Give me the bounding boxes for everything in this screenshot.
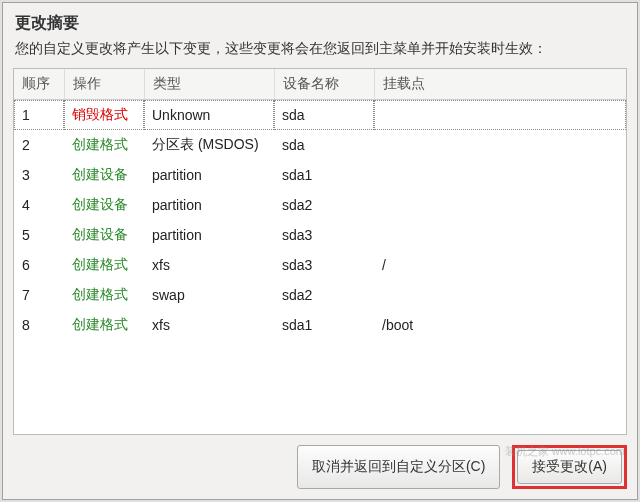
cell-device: sda2 bbox=[274, 280, 374, 310]
accept-button[interactable]: 接受更改(A) bbox=[517, 450, 622, 484]
summary-dialog: 更改摘要 您的自定义更改将产生以下变更，这些变更将会在您返回到主菜单并开始安装时… bbox=[2, 2, 638, 500]
cell-operation: 创建设备 bbox=[64, 160, 144, 190]
cell-operation: 创建设备 bbox=[64, 220, 144, 250]
dialog-title: 更改摘要 bbox=[3, 3, 637, 40]
table-row[interactable]: 4创建设备partitionsda2 bbox=[14, 190, 626, 220]
cell-device: sda3 bbox=[274, 220, 374, 250]
table-row[interactable]: 1销毁格式Unknownsda bbox=[14, 100, 626, 131]
table-row[interactable]: 6创建格式xfssda3/ bbox=[14, 250, 626, 280]
cell-type: xfs bbox=[144, 250, 274, 280]
col-header-operation[interactable]: 操作 bbox=[64, 69, 144, 100]
table-row[interactable]: 7创建格式swapsda2 bbox=[14, 280, 626, 310]
table-row[interactable]: 8创建格式xfssda1/boot bbox=[14, 310, 626, 340]
cell-type: xfs bbox=[144, 310, 274, 340]
cell-order: 2 bbox=[14, 130, 64, 160]
cell-order: 5 bbox=[14, 220, 64, 250]
cell-type: partition bbox=[144, 160, 274, 190]
cell-device: sda1 bbox=[274, 310, 374, 340]
cell-type: 分区表 (MSDOS) bbox=[144, 130, 274, 160]
col-header-order[interactable]: 顺序 bbox=[14, 69, 64, 100]
cell-order: 4 bbox=[14, 190, 64, 220]
accept-highlight: 接受更改(A) bbox=[512, 445, 627, 489]
cell-operation: 销毁格式 bbox=[64, 100, 144, 131]
col-header-mount[interactable]: 挂载点 bbox=[374, 69, 626, 100]
cell-type: swap bbox=[144, 280, 274, 310]
cell-mount: / bbox=[374, 250, 626, 280]
cell-operation: 创建格式 bbox=[64, 280, 144, 310]
cell-order: 1 bbox=[14, 100, 64, 131]
cell-device: sda3 bbox=[274, 250, 374, 280]
cell-operation: 创建格式 bbox=[64, 310, 144, 340]
changes-table-wrap: 顺序 操作 类型 设备名称 挂载点 1销毁格式Unknownsda2创建格式分区… bbox=[13, 68, 627, 435]
cell-device: sda2 bbox=[274, 190, 374, 220]
button-row: 取消并返回到自定义分区(C) 接受更改(A) bbox=[3, 435, 637, 499]
table-row[interactable]: 3创建设备partitionsda1 bbox=[14, 160, 626, 190]
cell-order: 7 bbox=[14, 280, 64, 310]
cell-type: partition bbox=[144, 190, 274, 220]
dialog-subtitle: 您的自定义更改将产生以下变更，这些变更将会在您返回到主菜单并开始安装时生效： bbox=[3, 40, 637, 68]
cell-device: sda bbox=[274, 130, 374, 160]
table-row[interactable]: 5创建设备partitionsda3 bbox=[14, 220, 626, 250]
cell-device: sda bbox=[274, 100, 374, 131]
cell-order: 3 bbox=[14, 160, 64, 190]
cell-type: partition bbox=[144, 220, 274, 250]
cell-mount bbox=[374, 130, 626, 160]
col-header-device[interactable]: 设备名称 bbox=[274, 69, 374, 100]
cell-mount bbox=[374, 160, 626, 190]
table-header-row: 顺序 操作 类型 设备名称 挂载点 bbox=[14, 69, 626, 100]
col-header-type[interactable]: 类型 bbox=[144, 69, 274, 100]
cell-mount bbox=[374, 190, 626, 220]
cell-operation: 创建设备 bbox=[64, 190, 144, 220]
cell-order: 6 bbox=[14, 250, 64, 280]
cell-operation: 创建格式 bbox=[64, 250, 144, 280]
cell-mount bbox=[374, 100, 626, 131]
table-row[interactable]: 2创建格式分区表 (MSDOS)sda bbox=[14, 130, 626, 160]
cancel-button[interactable]: 取消并返回到自定义分区(C) bbox=[297, 445, 500, 489]
changes-table: 顺序 操作 类型 设备名称 挂载点 1销毁格式Unknownsda2创建格式分区… bbox=[14, 69, 626, 340]
cell-mount bbox=[374, 280, 626, 310]
cell-mount: /boot bbox=[374, 310, 626, 340]
cell-mount bbox=[374, 220, 626, 250]
cell-type: Unknown bbox=[144, 100, 274, 131]
cell-operation: 创建格式 bbox=[64, 130, 144, 160]
cell-device: sda1 bbox=[274, 160, 374, 190]
cell-order: 8 bbox=[14, 310, 64, 340]
